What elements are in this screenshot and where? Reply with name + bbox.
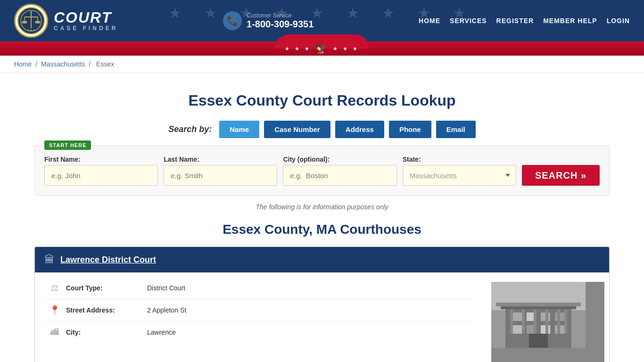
cs-text: Customer Service 1-800-309-9351	[247, 12, 314, 30]
tab-address[interactable]: Address	[335, 121, 384, 138]
cs-phone: 1-800-309-9351	[247, 19, 314, 30]
court-type-label: Court Type:	[66, 284, 141, 292]
svg-point-6	[22, 21, 27, 24]
stars-left: ★ ★ ★	[285, 46, 311, 52]
svg-point-7	[35, 21, 41, 24]
svg-rect-23	[496, 303, 581, 306]
courthouse-header: 🏛 Lawrence District Court	[35, 247, 609, 272]
court-type-value: District Court	[147, 284, 185, 292]
nav-services[interactable]: SERVICES	[450, 17, 487, 25]
form-row: First Name: Last Name: City (optional): …	[44, 156, 600, 186]
breadcrumb-county: Essex	[96, 60, 114, 68]
address-row: 📍 Street Address: 2 Appleton St	[44, 299, 472, 321]
search-by-row: Search by: Name Case Number Address Phon…	[34, 121, 610, 138]
city-group: City (optional):	[283, 156, 396, 186]
map-pin-icon: 📍	[49, 305, 60, 315]
nav-home[interactable]: HOME	[419, 17, 440, 25]
last-name-input[interactable]	[164, 165, 277, 186]
patriot-banner: ★ ★ ★ 🦅 ★ ★ ★	[0, 41, 644, 56]
city-label: City (optional):	[283, 156, 396, 163]
header: ★ ★ ★ COURT CASE FINDER 📞 Customer Servi…	[0, 0, 644, 56]
info-note: The following is for information purpose…	[34, 203, 610, 211]
eagle-icon: 🦅	[315, 42, 329, 55]
stars-right: ★ ★ ★	[333, 46, 359, 52]
courthouses-section-title: Essex County, MA Courthouses	[34, 222, 610, 237]
last-name-group: Last Name:	[164, 156, 277, 186]
first-name-label: First Name:	[44, 156, 158, 163]
svg-rect-17	[512, 325, 522, 334]
start-here-badge: START HERE	[44, 140, 91, 150]
svg-rect-21	[529, 334, 548, 348]
breadcrumb-sep-1: /	[35, 60, 39, 68]
courthouse-icon: 🏛	[44, 254, 55, 266]
svg-rect-28	[557, 309, 560, 334]
svg-rect-13	[512, 313, 522, 321]
page-title: Essex County Court Records Lookup	[34, 92, 610, 109]
courthouse-card: 🏛 Lawrence District Court ⚖ Court Type: …	[34, 247, 610, 362]
court-type-row: ⚖ Court Type: District Court	[44, 277, 472, 299]
city-value: Lawrence	[147, 329, 176, 336]
logo-case-finder-label: CASE FINDER	[54, 25, 118, 32]
tab-name[interactable]: Name	[219, 121, 259, 138]
svg-rect-25	[522, 309, 525, 334]
courthouse-body: ⚖ Court Type: District Court 📍 Street Ad…	[35, 272, 609, 362]
state-label: State:	[403, 156, 516, 163]
tab-case-number[interactable]: Case Number	[264, 121, 330, 138]
city-input[interactable]	[283, 165, 396, 186]
first-name-group: First Name:	[44, 156, 158, 186]
svg-rect-24	[510, 309, 513, 334]
customer-service: 📞 Customer Service 1-800-309-9351	[223, 11, 314, 30]
state-group: State: AlabamaAlaskaArizona ArkansasCali…	[403, 156, 516, 186]
courthouse-details: ⚖ Court Type: District Court 📍 Street Ad…	[35, 277, 482, 362]
gavel-icon: ⚖	[49, 283, 60, 293]
svg-text:★ ★ ★: ★ ★ ★	[27, 29, 35, 32]
first-name-input[interactable]	[44, 165, 158, 186]
logo-text: COURT CASE FINDER	[54, 10, 118, 32]
search-submit-button[interactable]: SEARCH »	[522, 165, 600, 186]
logo-court-label: COURT	[54, 10, 118, 25]
cs-label: Customer Service	[247, 12, 314, 19]
breadcrumb: Home / Massachusetts / Essex	[0, 56, 644, 73]
eagle-area: ★ ★ ★ 🦅 ★ ★ ★	[285, 42, 359, 55]
street-address-value: 2 Appleton St	[147, 306, 186, 314]
city-icon: 🏙	[49, 327, 60, 337]
nav-login[interactable]: LOGIN	[607, 17, 630, 25]
search-by-label: Search by:	[168, 124, 212, 134]
phone-icon: 📞	[223, 11, 242, 30]
logo-emblem: ★ ★ ★	[14, 4, 48, 38]
tab-email[interactable]: Email	[436, 121, 476, 138]
last-name-label: Last Name:	[164, 156, 277, 163]
nav-register[interactable]: REGISTER	[496, 17, 534, 25]
tab-phone[interactable]: Phone	[389, 121, 431, 138]
breadcrumb-state[interactable]: Massachusetts	[41, 60, 85, 68]
svg-rect-26	[534, 309, 537, 334]
svg-rect-27	[545, 309, 548, 334]
courthouse-name-link[interactable]: Lawrence District Court	[60, 255, 156, 265]
state-select[interactable]: AlabamaAlaskaArizona ArkansasCaliforniaC…	[403, 165, 516, 186]
svg-rect-29	[564, 309, 567, 334]
nav-member-help[interactable]: MEMBER HELP	[543, 17, 597, 25]
breadcrumb-home[interactable]: Home	[14, 60, 32, 68]
svg-point-8	[30, 11, 32, 13]
city-row: 🏙 City: Lawrence	[44, 321, 472, 343]
courthouse-image	[491, 282, 604, 362]
breadcrumb-sep-2: /	[89, 60, 92, 68]
logo-area: ★ ★ ★ COURT CASE FINDER	[14, 4, 118, 38]
main-nav: HOME SERVICES REGISTER MEMBER HELP LOGIN	[419, 17, 630, 25]
main-content: Essex County Court Records Lookup Search…	[20, 73, 624, 362]
search-form-area: START HERE First Name: Last Name: City (…	[34, 146, 610, 196]
city-label-detail: City:	[66, 329, 141, 336]
street-address-label: Street Address:	[66, 306, 141, 314]
